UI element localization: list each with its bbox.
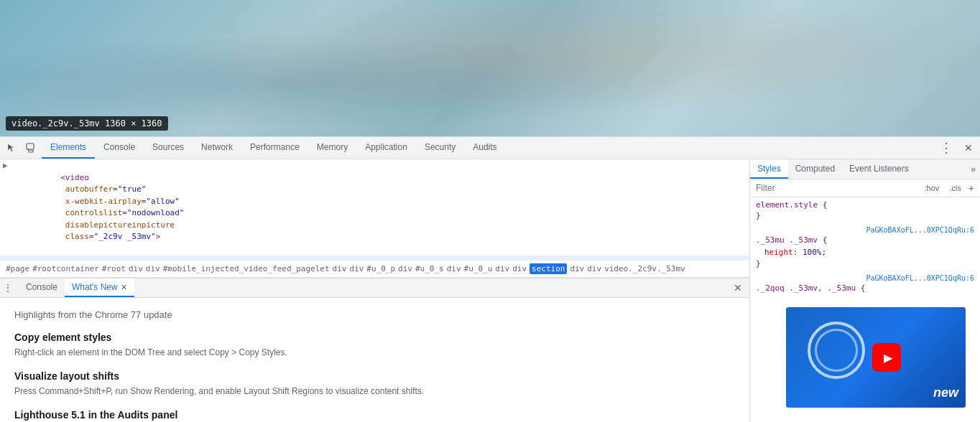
right-tab-bar: Styles Computed Event Listeners » bbox=[750, 159, 980, 179]
svg-rect-1 bbox=[29, 150, 33, 152]
webpage-preview: video._2c9v._53mv 1360 × 1360 bbox=[0, 0, 980, 136]
feature-desc-copy-styles: Right-click an element in the DOM Tree a… bbox=[14, 346, 431, 359]
whatsnew-panel: Highlights from the Chrome 77 update Cop… bbox=[0, 298, 749, 422]
expand-icon-1[interactable]: ▶ bbox=[3, 160, 10, 172]
breadcrumb-section[interactable]: section bbox=[530, 263, 567, 274]
feature-desc-layout-shifts: Press Command+Shift+P, run Show Renderin… bbox=[14, 385, 431, 398]
style-rule-53mu-53mv: PaGKoBAXoFL...0XPC1QqRu:6 ._53mu ._53mv … bbox=[756, 226, 974, 268]
tab-application[interactable]: Application bbox=[356, 137, 416, 159]
dom-line-1: ▶ <video autobuffer="true" x-webkit-airp… bbox=[0, 159, 749, 255]
breadcrumb-div2[interactable]: div bbox=[146, 264, 160, 273]
breadcrumb-bar: #page #rootcontainer #root div div #mobi… bbox=[0, 261, 749, 278]
cls-button[interactable]: .cls bbox=[946, 182, 964, 194]
hov-button[interactable]: :hov bbox=[922, 182, 943, 194]
breadcrumb-mobile[interactable]: #mobile_injected_video_feed_pagelet bbox=[163, 264, 330, 273]
toolbar-icons bbox=[3, 139, 39, 156]
feature-title-layout-shifts: Visualize layout shifts bbox=[14, 370, 735, 382]
breadcrumb-u0u[interactable]: #u_0_u bbox=[464, 264, 493, 273]
breadcrumb-div7[interactable]: div bbox=[495, 264, 509, 273]
tab-console-bottom[interactable]: Console bbox=[19, 278, 65, 297]
feature-layout-shifts: Visualize layout shifts Press Command+Sh… bbox=[14, 370, 735, 398]
style-rule-element: element.style { } bbox=[756, 200, 974, 220]
breadcrumb-u0s[interactable]: #u_0_s bbox=[415, 264, 444, 273]
whatsnew-tab-close-icon[interactable]: ✕ bbox=[121, 283, 127, 292]
devtools-tab-list: Elements Console Sources Network Perform… bbox=[42, 137, 935, 159]
breadcrumb-root[interactable]: #root bbox=[102, 264, 126, 273]
right-tab-more-icon[interactable]: » bbox=[966, 159, 980, 179]
style-rule-53mu-53mv-link[interactable]: PaGKoBAXoFL...0XPC1QqRu:6 bbox=[866, 226, 974, 234]
bottom-tab-more-icon[interactable]: ⋮ bbox=[3, 282, 13, 294]
breadcrumb-div1[interactable]: div bbox=[129, 264, 143, 273]
style-rule-53mu-close: } bbox=[756, 259, 974, 268]
left-panel: ▶ <video autobuffer="true" x-webkit-airp… bbox=[0, 159, 750, 422]
tab-elements[interactable]: Elements bbox=[42, 137, 95, 159]
tab-performance[interactable]: Performance bbox=[241, 137, 308, 159]
breadcrumb-div4[interactable]: div bbox=[349, 264, 364, 273]
breadcrumb-page[interactable]: #page bbox=[6, 264, 29, 273]
style-rule-2qoq-link[interactable]: PaGKoBAXoFL...0XPC1QqRu:6 bbox=[866, 274, 974, 282]
style-prop-height: height: 100%; bbox=[756, 246, 974, 259]
tab-computed[interactable]: Computed bbox=[788, 159, 842, 179]
style-selector-53mu: ._53mu ._53mv { bbox=[756, 235, 974, 245]
tab-whatsnew[interactable]: What's New ✕ bbox=[65, 278, 134, 297]
device-toolbar-icon-button[interactable] bbox=[22, 139, 39, 156]
more-options-icon[interactable]: ⋮ bbox=[935, 139, 957, 157]
style-rule-53mu-53mv-header: PaGKoBAXoFL...0XPC1QqRu:6 bbox=[756, 226, 974, 234]
tab-audits[interactable]: Audits bbox=[464, 137, 505, 159]
tab-network[interactable]: Network bbox=[193, 137, 241, 159]
bottom-tab-bar: ⋮ Console What's New ✕ ✕ bbox=[0, 278, 749, 298]
tab-security[interactable]: Security bbox=[416, 137, 464, 159]
devtools-toolbar: Elements Console Sources Network Perform… bbox=[0, 136, 980, 159]
style-selector-element: element.style { bbox=[756, 200, 974, 210]
style-selector-2qoq: ._2qoq ._53mv, ._53mu { bbox=[756, 283, 974, 293]
tab-styles[interactable]: Styles bbox=[750, 159, 788, 179]
image-label: video._2c9v._53mv 1360 × 1360 bbox=[6, 116, 168, 131]
feature-lighthouse: Lighthouse 5.1 in the Audits panel bbox=[14, 409, 735, 421]
breadcrumb-div6[interactable]: div bbox=[447, 264, 461, 273]
tab-event-listeners[interactable]: Event Listeners bbox=[842, 159, 916, 179]
svg-rect-0 bbox=[27, 144, 34, 149]
breadcrumb-video[interactable]: video._2c9v._53mv bbox=[604, 264, 685, 273]
add-style-rule-button[interactable]: + bbox=[969, 182, 974, 194]
tab-memory[interactable]: Memory bbox=[308, 137, 356, 159]
styles-filter-input[interactable] bbox=[756, 183, 917, 193]
close-devtools-button[interactable]: ✕ bbox=[960, 141, 977, 155]
breadcrumb-div10[interactable]: div bbox=[587, 264, 601, 273]
breadcrumb-div8[interactable]: div bbox=[512, 264, 527, 273]
feature-copy-styles: Copy element styles Right-click an eleme… bbox=[14, 332, 735, 359]
breadcrumb-div9[interactable]: div bbox=[570, 264, 584, 273]
style-rule-2qoq-header: PaGKoBAXoFL...0XPC1QqRu:6 bbox=[756, 274, 974, 282]
dom-tree[interactable]: ▶ <video autobuffer="true" x-webkit-airp… bbox=[0, 159, 749, 261]
whatsnew-header: Highlights from the Chrome 77 update bbox=[14, 309, 735, 320]
toolbar-right: ⋮ ✕ bbox=[935, 139, 977, 157]
feature-title-lighthouse: Lighthouse 5.1 in the Audits panel bbox=[14, 409, 735, 421]
style-rule-2qoq: PaGKoBAXoFL...0XPC1QqRu:6 ._2qoq ._53mv,… bbox=[756, 274, 974, 293]
breadcrumb-div3[interactable]: div bbox=[333, 264, 347, 273]
dom-line-2: controls playinfullscreen="false" playsi… bbox=[0, 255, 749, 261]
breadcrumb-u0p[interactable]: #u_0_p bbox=[366, 264, 395, 273]
tab-sources[interactable]: Sources bbox=[144, 137, 193, 159]
breadcrumb-rootcontainer[interactable]: #rootcontainer bbox=[32, 264, 99, 273]
tab-console[interactable]: Console bbox=[95, 137, 144, 159]
styles-filter-bar: :hov .cls + bbox=[750, 179, 980, 197]
style-rule-element-close: } bbox=[756, 211, 974, 220]
breadcrumb-div5[interactable]: div bbox=[398, 264, 412, 273]
cursor-icon-button[interactable] bbox=[3, 139, 20, 156]
bottom-panel-close-icon[interactable]: ✕ bbox=[729, 281, 746, 295]
whatsnew-video-thumbnail[interactable]: ▶ new bbox=[786, 307, 966, 408]
feature-title-copy-styles: Copy element styles bbox=[14, 332, 735, 343]
